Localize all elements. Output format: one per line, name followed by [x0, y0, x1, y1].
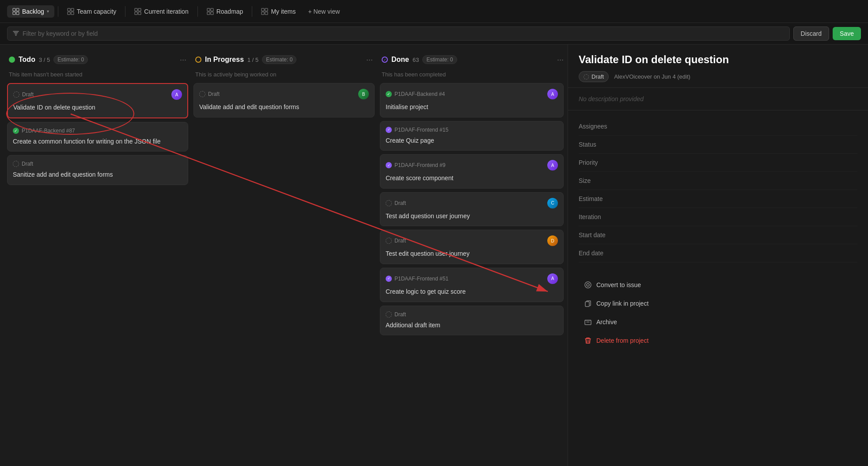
frontend-icon-3 — [386, 276, 392, 282]
svg-rect-2 — [13, 8, 15, 11]
svg-point-23 — [587, 284, 589, 286]
card-validate-forms-avatar: B — [358, 89, 369, 99]
backend-label-2: P1DAAF-Backend #4 — [394, 91, 445, 97]
panel-actions: Convert to issue Copy link in project — [568, 269, 868, 356]
field-end-date-label: End date — [579, 250, 641, 257]
frontend-label-2: P1DAAF-Frontend #9 — [394, 162, 445, 168]
card-json-title: Create a common function for writing on … — [13, 137, 182, 146]
card-extra-draft[interactable]: Draft Additional draft item — [380, 306, 564, 336]
card-validate-id[interactable]: Draft A Validate ID on delete question — [7, 83, 188, 118]
field-size-label: Size — [579, 177, 641, 184]
draft-icon-4 — [386, 200, 392, 206]
action-copy-link[interactable]: Copy link in project — [579, 295, 857, 312]
column-todo: Todo 3 / 5 Estimate: 0 ··· This item has… — [7, 52, 188, 459]
nav-backlog[interactable]: Backlog ▾ — [7, 5, 54, 18]
card-test-edit-title: Test edit question user journey — [386, 250, 558, 258]
action-convert-to-issue[interactable]: Convert to issue — [579, 277, 857, 293]
svg-rect-12 — [135, 12, 137, 15]
svg-rect-4 — [13, 12, 15, 15]
nav-my-items[interactable]: My items — [256, 5, 301, 18]
save-button[interactable]: Save — [833, 27, 861, 40]
svg-point-22 — [585, 282, 591, 288]
panel-draft-badge: Draft — [579, 71, 609, 82]
card-quiz-label: P1DAAF-Frontend #15 — [386, 127, 448, 133]
backlog-dropdown[interactable]: ▾ — [47, 9, 49, 14]
done-more-menu[interactable]: ··· — [557, 56, 564, 64]
action-delete[interactable]: Delete from project — [579, 332, 857, 349]
field-iteration[interactable]: Iteration — [579, 208, 857, 226]
card-validate-id-title: Validate ID on delete question — [13, 103, 182, 112]
card-score-component[interactable]: P1DAAF-Frontend #9 A Create score compon… — [380, 154, 564, 189]
discard-button[interactable]: Discard — [793, 27, 829, 41]
card-json-function[interactable]: ✓ P1DAAF-Backend #87 Create a common fun… — [7, 122, 188, 152]
card-validate-id-header: Draft A — [13, 89, 182, 100]
card-validate-forms[interactable]: Draft B Validate add and edit question f… — [193, 83, 375, 117]
card-extra-draft-title: Additional draft item — [386, 321, 558, 330]
svg-rect-8 — [68, 12, 70, 15]
roadmap-label: Roadmap — [216, 8, 243, 15]
team-capacity-label: Team capacity — [77, 8, 116, 15]
new-view-button[interactable]: + New view — [303, 5, 345, 18]
delete-icon — [584, 337, 592, 345]
card-sanitize[interactable]: Draft Sanitize add and edit question for… — [7, 155, 188, 185]
nav-divider-4 — [252, 6, 252, 17]
card-test-edit-journey[interactable]: Draft D Test edit question user journey — [380, 230, 564, 264]
column-inprogress: In Progress 1 / 5 Estimate: 0 ··· This i… — [193, 52, 375, 459]
field-priority[interactable]: Priority — [579, 154, 857, 172]
top-nav: Backlog ▾ Team capacity Current iteratio… — [0, 0, 868, 23]
field-status[interactable]: Status — [579, 136, 857, 154]
field-iteration-label: Iteration — [579, 213, 641, 220]
draft-icon-5 — [386, 238, 392, 244]
nav-roadmap[interactable]: Roadmap — [201, 5, 249, 18]
svg-rect-24 — [585, 302, 589, 307]
inprogress-estimate: Estimate: 0 — [262, 55, 296, 64]
todo-more-menu[interactable]: ··· — [180, 56, 186, 64]
field-estimate[interactable]: Estimate — [579, 190, 857, 208]
card-quiz-score[interactable]: P1DAAF-Frontend #51 A Create logic to ge… — [380, 268, 564, 302]
field-size[interactable]: Size — [579, 172, 857, 190]
svg-rect-6 — [68, 8, 70, 11]
column-inprogress-header: In Progress 1 / 5 Estimate: 0 ··· — [193, 52, 375, 68]
field-end-date[interactable]: End date — [579, 244, 857, 262]
archive-icon — [584, 318, 592, 326]
field-start-date[interactable]: Start date — [579, 226, 857, 244]
card-quiz-score-label: P1DAAF-Frontend #51 — [386, 276, 448, 282]
card-score-avatar: A — [547, 160, 558, 170]
panel-draft-icon — [584, 74, 589, 80]
panel-title: Validate ID on delete question — [579, 53, 857, 66]
my-items-icon — [261, 8, 268, 15]
column-done: Done 63 Estimate: 0 ··· This has been co… — [380, 52, 565, 459]
draft-icon — [13, 91, 19, 98]
panel-fields: Assignees Status Priority Size Estimate … — [568, 110, 868, 269]
backend-label-text: P1DAAF-Backend #87 — [22, 128, 75, 134]
nav-divider-2 — [125, 6, 125, 17]
field-assignees[interactable]: Assignees — [579, 117, 857, 136]
card-extra-draft-header: Draft — [386, 311, 558, 318]
frontend-label-3: P1DAAF-Frontend #51 — [394, 276, 448, 282]
column-todo-header: Todo 3 / 5 Estimate: 0 ··· — [7, 52, 188, 68]
filter-input-container[interactable]: Filter by keyword or by field — [7, 27, 790, 41]
card-quiz-page[interactable]: P1DAAF-Frontend #15 Create Quiz page — [380, 121, 564, 151]
inprogress-more-menu[interactable]: ··· — [366, 56, 373, 64]
nav-current-iteration[interactable]: Current iteration — [129, 5, 193, 18]
card-quiz-score-avatar: A — [547, 273, 558, 284]
filter-bar: Filter by keyword or by field Discard Sa… — [0, 23, 868, 45]
panel-meta: Draft AlexVOiceover on Jun 4 (edit) — [579, 71, 857, 82]
nav-team-capacity[interactable]: Team capacity — [62, 5, 121, 18]
card-quiz-header: P1DAAF-Frontend #15 — [386, 127, 558, 133]
panel-author: AlexVOiceover on Jun 4 (edit) — [614, 73, 690, 80]
card-sanitize-label: Draft — [13, 161, 33, 167]
field-status-label: Status — [579, 141, 641, 148]
card-test-edit-avatar: D — [547, 235, 558, 246]
card-initialise-project[interactable]: ✓ P1DAAF-Backend #4 A Initialise project — [380, 83, 564, 117]
action-archive[interactable]: Archive — [579, 314, 857, 330]
card-test-add-journey[interactable]: Draft C Test add question user journey — [380, 192, 564, 227]
card-initialise-header: ✓ P1DAAF-Backend #4 A — [386, 89, 558, 99]
panel-title-row: Validate ID on delete question Draft Ale… — [568, 45, 868, 88]
field-start-date-label: Start date — [579, 231, 641, 239]
delete-label: Delete from project — [596, 337, 648, 344]
card-score-title: Create score component — [386, 174, 558, 183]
card-initialise-title: Initialise project — [386, 103, 558, 112]
panel-body: No description provided — [568, 88, 868, 110]
backlog-icon — [12, 8, 19, 15]
